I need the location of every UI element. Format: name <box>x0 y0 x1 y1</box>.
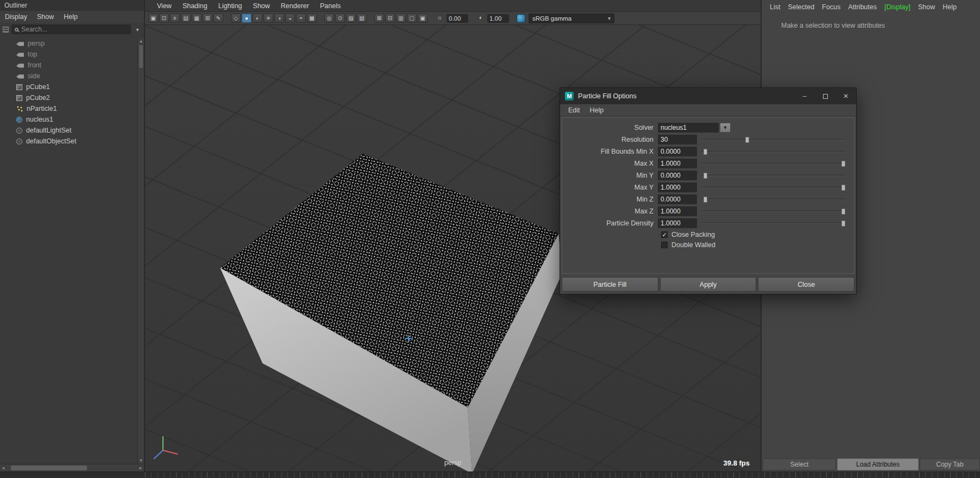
outliner-item[interactable]: defaultObjectSet <box>0 136 137 147</box>
minimize-button[interactable]: – <box>794 88 815 104</box>
shadows-icon[interactable]: ◑ <box>274 14 284 23</box>
field-input[interactable]: 0.0000 <box>658 194 697 204</box>
image-plane-icon[interactable]: ▦ <box>192 14 202 23</box>
attribute-editor-menu[interactable]: Show <box>914 3 939 11</box>
outliner-item[interactable]: persp <box>0 38 137 49</box>
slider-handle[interactable] <box>841 221 845 227</box>
outliner-item[interactable]: nucleus1 <box>0 114 137 125</box>
slider-handle[interactable] <box>703 197 707 203</box>
viewport-menu[interactable]: Show <box>248 0 275 11</box>
time-ruler-ticks[interactable] <box>145 472 980 478</box>
checkbox[interactable]: ✓ <box>661 231 668 238</box>
filter-icon[interactable] <box>3 27 9 33</box>
viewport-menu[interactable]: Renderer <box>275 0 315 11</box>
attribute-editor-menu[interactable]: Focus <box>818 3 844 11</box>
slider-handle[interactable] <box>703 149 707 155</box>
maximize-button[interactable] <box>815 88 835 104</box>
vertical-scroll-thumb[interactable] <box>139 45 143 68</box>
scroll-down-icon[interactable]: ▼ <box>138 457 144 464</box>
resolution-gate-icon[interactable]: ⊠ <box>374 14 384 23</box>
field-slider[interactable] <box>701 184 846 192</box>
smooth-shade-icon[interactable]: ● <box>242 14 252 23</box>
field-input[interactable]: 0.0000 <box>658 171 697 180</box>
field-slider[interactable] <box>701 207 846 216</box>
isolate-select-icon[interactable]: ⊙ <box>335 14 345 23</box>
xray-joints-icon[interactable]: ▧ <box>357 14 367 23</box>
field-input[interactable]: 0.0000 <box>658 147 697 156</box>
viewport-menu[interactable]: View <box>152 0 177 11</box>
time-slider-strip[interactable] <box>0 471 980 478</box>
textured-icon[interactable]: ◐ <box>253 14 262 23</box>
motion-blur-icon[interactable]: ◓ <box>296 14 306 23</box>
scroll-left-icon[interactable]: ◄ <box>0 464 7 471</box>
attribute-editor-menu[interactable]: [Display] <box>881 3 914 11</box>
solver-dropdown-button[interactable]: ▼ <box>720 123 731 133</box>
field-input[interactable]: 1.0000 <box>658 183 697 192</box>
gamma-field[interactable]: 1.00 <box>487 14 509 23</box>
2d-pan-zoom-icon[interactable]: ⊞ <box>203 14 212 23</box>
scroll-right-icon[interactable]: ► <box>137 464 144 471</box>
exposure-field[interactable]: 0.00 <box>447 14 468 23</box>
bookmarks-icon[interactable]: ▤ <box>181 14 191 23</box>
scroll-up-icon[interactable]: ▲ <box>138 38 144 45</box>
field-slider[interactable] <box>701 148 846 156</box>
dialog-action-button[interactable]: Close <box>758 277 855 292</box>
viewport-menu[interactable]: Lighting <box>213 0 248 11</box>
attribute-editor-button[interactable]: Copy Tab <box>920 458 980 470</box>
field-slider[interactable] <box>701 219 846 228</box>
viewport-menu[interactable]: Shading <box>177 0 213 11</box>
outliner-vertical-scrollbar[interactable]: ▲ ▼ <box>137 38 144 464</box>
outliner-item[interactable]: top <box>0 49 137 60</box>
dialog-action-button[interactable]: Apply <box>660 277 757 292</box>
field-input[interactable]: 1.0000 <box>658 159 697 168</box>
slider-handle[interactable] <box>703 173 707 179</box>
outliner-menu[interactable]: Display <box>0 11 32 23</box>
outliner-item[interactable]: front <box>0 60 137 71</box>
attribute-editor-button[interactable]: Load Attributes <box>837 458 919 470</box>
dialog-menu[interactable]: Edit <box>563 104 585 116</box>
camera-attributes-icon[interactable]: ≡ <box>170 14 180 23</box>
search-options-caret-icon[interactable]: ▾ <box>134 27 141 33</box>
field-slider[interactable] <box>701 136 846 144</box>
safe-title-icon[interactable]: ▣ <box>418 14 428 23</box>
attribute-editor-menu[interactable]: Selected <box>784 3 818 11</box>
field-slider[interactable] <box>701 196 846 204</box>
field-chart-icon[interactable]: ▥ <box>396 14 406 23</box>
screen-space-ao-icon[interactable]: ◒ <box>285 14 295 23</box>
horizontal-scroll-thumb[interactable] <box>11 466 87 470</box>
outliner-item[interactable]: defaultLightSet <box>0 125 137 136</box>
attribute-editor-menu[interactable]: Help <box>939 3 960 11</box>
color-management-icon[interactable] <box>517 14 525 23</box>
slider-handle[interactable] <box>841 185 845 191</box>
select-camera-icon[interactable]: ▣ <box>148 14 158 23</box>
use-all-lights-icon[interactable]: ☀ <box>263 14 273 23</box>
outliner-item[interactable]: pCube1 <box>0 81 137 92</box>
field-input[interactable]: 1.0000 <box>658 206 697 216</box>
slider-handle[interactable] <box>841 161 845 167</box>
multisample-icon[interactable]: ▩ <box>307 14 317 23</box>
checkbox[interactable]: ✓ <box>661 242 668 248</box>
solver-field[interactable]: nucleus1 <box>658 123 719 133</box>
outliner-item[interactable]: nParticle1 <box>0 103 137 114</box>
slider-handle[interactable] <box>841 209 845 215</box>
dialog-menu[interactable]: Help <box>585 104 609 116</box>
safe-action-icon[interactable]: ▢ <box>407 14 417 23</box>
wireframe-icon[interactable]: ◇ <box>231 14 241 23</box>
attribute-editor-menu[interactable]: Attributes <box>844 3 881 11</box>
field-slider[interactable] <box>701 160 846 168</box>
outliner-menu[interactable]: Help <box>59 11 83 23</box>
gate-mask-icon[interactable]: ⊟ <box>385 14 395 23</box>
outliner-horizontal-scrollbar[interactable]: ◄ ► <box>0 464 144 471</box>
lock-camera-icon[interactable]: ⊡ <box>159 14 169 23</box>
gamma-icon[interactable]: ◖ <box>476 14 485 23</box>
outliner-item[interactable]: side <box>0 71 137 81</box>
depth-of-field-icon[interactable]: ◎ <box>324 14 334 23</box>
slider-handle[interactable] <box>745 137 749 143</box>
search-input[interactable]: Search... <box>11 24 131 34</box>
xray-icon[interactable]: ▨ <box>346 14 356 23</box>
field-input[interactable]: 30 <box>658 135 697 144</box>
dialog-action-button[interactable]: Particle Fill <box>562 277 658 292</box>
close-window-button[interactable]: ✕ <box>835 88 856 104</box>
field-input[interactable]: 1.0000 <box>658 218 697 228</box>
attribute-editor-button[interactable]: Select <box>763 458 836 470</box>
